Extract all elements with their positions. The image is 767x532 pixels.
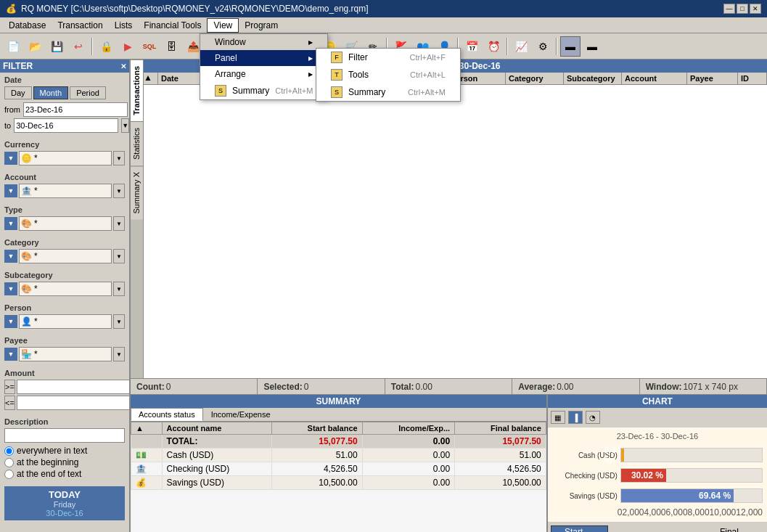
tb-new[interactable]: 📄 — [3, 36, 23, 57]
menu-financial-tools[interactable]: Financial Tools — [138, 19, 207, 32]
person-dropdown[interactable]: ▼ — [113, 314, 125, 329]
amount-gte-input[interactable] — [17, 380, 130, 394]
account-select[interactable]: 🏦 * — [19, 184, 112, 198]
desc-input[interactable] — [4, 428, 125, 443]
tb-db[interactable]: 🗄 — [161, 36, 181, 57]
date-btn-month[interactable]: Month — [33, 86, 69, 99]
payee-select[interactable]: 🏪 * — [19, 347, 112, 361]
menu-transaction[interactable]: Transaction — [52, 19, 108, 32]
vtab-summary-x[interactable]: Summary X — [131, 165, 143, 219]
filter-menu-icon: F — [331, 52, 343, 63]
close-button[interactable]: ✕ — [750, 4, 761, 14]
date-btn-period[interactable]: Period — [70, 86, 106, 99]
radio-everywhere[interactable]: everywhere in text — [4, 446, 125, 456]
filter-close-button[interactable]: ✕ — [120, 62, 126, 70]
th-start-balance[interactable]: Start balance — [271, 422, 362, 435]
legend-start-balance[interactable]: Start balance — [551, 525, 609, 532]
col-account[interactable]: Account — [622, 73, 687, 84]
maximize-button[interactable]: □ — [737, 4, 748, 14]
type-label: Type — [4, 205, 125, 214]
menu-database[interactable]: Database — [3, 19, 52, 32]
date-from-input[interactable] — [23, 102, 128, 117]
date-from-row: from ▼ — [4, 102, 125, 117]
th-income-expense[interactable]: Income/Exp... — [362, 422, 454, 435]
panel-summary-item[interactable]: S Summary Ctrl+Alt+M — [316, 83, 460, 101]
amount-lte-op[interactable]: <= — [4, 396, 15, 410]
cash-final: 51.00 — [455, 449, 546, 462]
subcategory-dropdown[interactable]: ▼ — [113, 282, 125, 296]
currency-dropdown[interactable]: ▼ — [113, 151, 125, 165]
radio-end-label: at the end of text — [17, 469, 81, 479]
tb-calendar[interactable]: 📅 — [462, 36, 482, 57]
currency-select[interactable]: 🪙 * — [19, 151, 112, 165]
menu-view[interactable]: View — [207, 18, 239, 33]
col-id[interactable]: ID — [738, 73, 767, 84]
vtab-statistics[interactable]: Statistics — [131, 121, 143, 165]
view-panel-item[interactable]: Panel ▶ — [200, 50, 327, 66]
panel-filter-item[interactable]: F Filter Ctrl+Alt+F — [316, 49, 460, 66]
transactions-container: 23-Dec-16 - 30-Dec-16 ▲ Date Description… — [144, 60, 767, 378]
chart-icon-table[interactable]: ▦ — [551, 411, 565, 424]
amount-gte-op[interactable]: >= — [4, 380, 15, 394]
amount-lte-input[interactable] — [17, 396, 130, 410]
tb-alarm[interactable]: ⏰ — [483, 36, 504, 57]
tb-panel1[interactable]: ▬ — [560, 36, 581, 57]
legend-income-expense[interactable]: Income/Expense — [614, 525, 700, 532]
th-final-balance[interactable]: Final balance — [455, 422, 546, 435]
bar-label-savings: Savings (USD) — [552, 492, 618, 500]
x-12000: 12,000 — [736, 507, 763, 517]
ptab-income-expense[interactable]: Income/Expense — [203, 408, 279, 421]
bottom-panels: SUMMARY Accounts status Income/Expense ▲… — [131, 394, 767, 532]
legend-final-balance[interactable]: Final balance — [706, 525, 764, 532]
account-dropdown[interactable]: ▼ — [113, 184, 125, 198]
date-btn-day[interactable]: Day — [4, 86, 32, 99]
col-category[interactable]: Category — [506, 73, 564, 84]
category-dropdown[interactable]: ▼ — [113, 249, 125, 263]
radio-end-input[interactable] — [4, 470, 14, 479]
tb-sql[interactable]: SQL — [139, 36, 160, 57]
tb-panel2[interactable]: ▬ — [582, 36, 602, 57]
menu-lists[interactable]: Lists — [109, 19, 139, 32]
tb-play[interactable]: ▶ — [118, 36, 138, 57]
type-dropdown[interactable]: ▼ — [113, 216, 125, 231]
minimize-button[interactable]: — — [723, 4, 735, 14]
col-subcategory[interactable]: Subcategory — [564, 73, 622, 84]
view-summary-item[interactable]: S Summary Ctrl+Alt+M — [200, 82, 327, 99]
tb-settings[interactable]: ⚙ — [533, 36, 553, 57]
chart-icon-bar[interactable]: ▐ — [568, 411, 583, 424]
view-arrange-item[interactable]: Arrange ▶ — [200, 66, 327, 82]
col-payee[interactable]: Payee — [687, 73, 738, 84]
ptab-accounts-status[interactable]: Accounts status — [131, 408, 203, 421]
tb-open[interactable]: 📂 — [25, 36, 45, 57]
tb-lock[interactable]: 🔒 — [96, 36, 116, 57]
today-date[interactable]: 30-Dec-16 — [7, 509, 122, 517]
payee-dropdown[interactable]: ▼ — [113, 347, 125, 361]
date-to-input[interactable] — [14, 118, 118, 133]
th-account-name[interactable]: Account name — [162, 422, 271, 435]
view-window-item[interactable]: Window ▶ — [200, 34, 327, 50]
toolbar-sep-6 — [556, 38, 557, 55]
radio-end[interactable]: at the end of text — [4, 469, 125, 479]
x-4000: 4,000 — [644, 507, 666, 517]
tb-save[interactable]: 💾 — [46, 36, 67, 57]
radio-everywhere-label: everywhere in text — [17, 446, 87, 456]
chart-icon-pie[interactable]: ◔ — [586, 411, 600, 424]
category-select[interactable]: 🎨 * — [19, 249, 112, 263]
radio-beginning[interactable]: at the beginning — [4, 457, 125, 467]
person-select[interactable]: 👤 * — [19, 314, 112, 329]
chart-x-axis: 0 2,000 4,000 6,000 8,000 10,000 12,000 — [552, 506, 763, 517]
type-select[interactable]: 🎨 * — [19, 216, 112, 231]
radio-everywhere-input[interactable] — [4, 446, 14, 456]
radio-beginning-label: at the beginning — [17, 457, 78, 467]
vtab-transactions[interactable]: Transactions — [131, 60, 143, 121]
title-bar-controls[interactable]: — □ ✕ — [723, 4, 761, 14]
menu-program[interactable]: Program — [239, 19, 284, 32]
date-to-picker[interactable]: ▼ — [121, 118, 129, 133]
tb-undo[interactable]: ↩ — [68, 36, 89, 57]
subcategory-select[interactable]: 🎨 * — [19, 282, 112, 296]
x-0: 0 — [618, 507, 623, 517]
tb-graph[interactable]: 📈 — [511, 36, 531, 57]
bar-pct-checking: 30.02 % — [631, 470, 663, 480]
radio-beginning-input[interactable] — [4, 458, 14, 467]
panel-tools-item[interactable]: T Tools Ctrl+Alt+L — [316, 66, 460, 83]
